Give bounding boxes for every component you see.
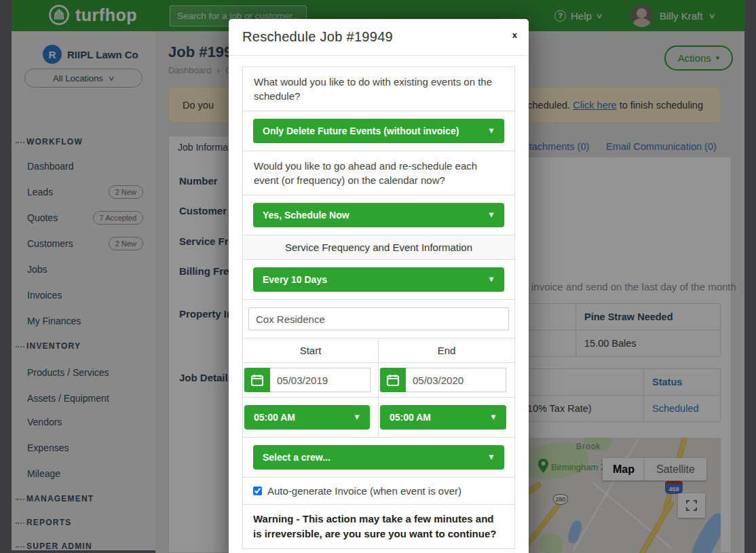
end-header: End [379,339,514,362]
selected-option-label: 05:00 AM [254,412,295,423]
section-header: Service Frequency and Event Information [243,235,514,259]
reschedule-modal: Reschedule Job #19949 x What would you l… [229,19,529,553]
auto-invoice-row: Auto-generate Invoice (when event is ove… [243,477,514,504]
modal-title: Reschedule Job #19949 [242,29,393,45]
calendar-icon[interactable] [380,368,406,392]
caret-down-icon: ▾ [489,274,493,284]
calendar-icon[interactable] [244,368,270,392]
frequency-dropdown[interactable]: Every 10 Days ▾ [253,267,504,292]
time-row: 05:00 AM ▾ 05:00 AM ▾ [243,397,514,437]
warning-text: Warning - This action may take a few min… [243,504,514,548]
end-date-cell [379,363,514,397]
start-time-dropdown[interactable]: 05:00 AM ▾ [244,405,370,430]
date-row [243,362,514,397]
caret-down-icon: ▾ [489,126,493,135]
frequency-row: Every 10 Days ▾ [243,259,514,299]
end-time-cell: 05:00 AM ▾ [379,398,514,437]
modal-body: What would you like to do with existing … [229,56,529,549]
close-icon[interactable]: x [512,31,517,39]
selected-option-label: Select a crew... [263,452,330,463]
reschedule-row: Yes, Schedule Now ▾ [243,195,514,235]
caret-down-icon: ▾ [355,412,359,421]
caret-down-icon: ▾ [489,210,493,219]
caret-down-icon: ▾ [489,452,493,461]
existing-events-dropdown[interactable]: Only Delete Future Events (without invoi… [253,119,504,143]
start-end-header-row: Start End [243,338,514,362]
start-date-cell [243,363,379,397]
auto-invoice-label: Auto-generate Invoice (when event is ove… [267,485,461,497]
start-date-input[interactable] [270,368,371,392]
start-header: Start [243,339,379,362]
crew-row: Select a crew... ▾ [243,437,514,477]
existing-events-row: Only Delete Future Events (without invoi… [243,111,514,151]
auto-invoice-checkbox[interactable] [253,487,262,495]
screen: turfhop ? Help ∨ Billy Kraft ∨ R RIIPL L… [0,0,756,553]
reschedule-form: What would you like to do with existing … [242,66,515,549]
reschedule-question: Would you like to go ahead and re-schedu… [243,151,514,195]
reschedule-now-dropdown[interactable]: Yes, Schedule Now ▾ [253,203,504,227]
end-date-input[interactable] [406,368,506,392]
selected-option-label: Yes, Schedule Now [263,210,349,221]
event-name-row [243,299,514,338]
modal-header: Reschedule Job #19949 x [229,19,529,56]
selected-option-label: Every 10 Days [263,274,327,285]
event-name-input[interactable] [248,307,509,330]
existing-events-question: What would you like to do with existing … [243,67,514,111]
selected-option-label: 05:00 AM [390,412,431,423]
start-time-cell: 05:00 AM ▾ [243,398,379,437]
selected-option-label: Only Delete Future Events (without invoi… [263,126,459,136]
caret-down-icon: ▾ [491,412,495,421]
end-time-dropdown[interactable]: 05:00 AM ▾ [380,405,506,430]
crew-dropdown[interactable]: Select a crew... ▾ [253,445,504,470]
